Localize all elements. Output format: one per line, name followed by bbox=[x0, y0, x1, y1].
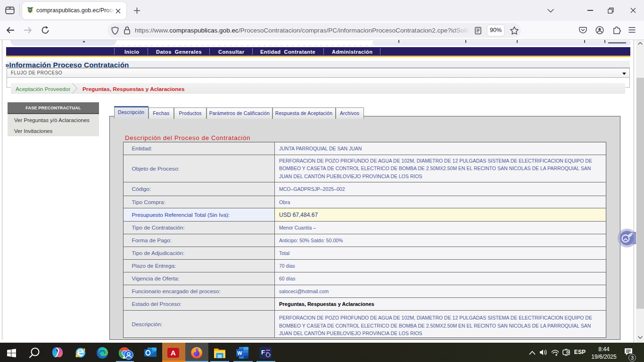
svg-text:W: W bbox=[237, 350, 242, 356]
